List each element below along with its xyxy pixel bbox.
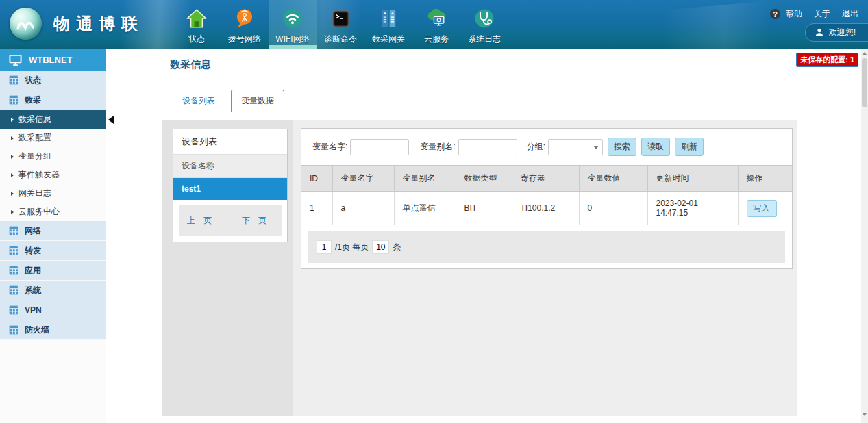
cloud-icon [423,5,449,31]
sidebar-item-daq[interactable]: 数采 [0,90,106,110]
sidebar-title: WTBLNET [29,55,73,65]
gateway-icon [375,5,401,31]
device-list-column: 设备列表 设备名称 test1 上一页 下一页 [162,120,293,416]
sidebar-item-firewall[interactable]: 防火墙 [0,320,106,340]
nav-item-daq-gateway[interactable]: 数采网关 [364,0,412,49]
tab-strip: 设备列表 变量数据 [162,92,797,112]
nav-item-diagnostic-command[interactable]: 诊断命令 [317,0,364,49]
grid-icon [9,285,18,295]
nav-item-dial-network[interactable]: 拨号网络 [221,0,269,49]
sidebar-item-forward[interactable]: 转发 [0,241,106,261]
sidebar: WTBLNET 状态 数采 数采信息 数采配置 变量分组 事件触发器 网关日志 … [0,49,106,423]
cell-variable-name: a [332,192,394,225]
grid-icon [9,95,18,105]
variables-table: ID 变量名字 变量别名 数据类型 寄存器 变量数值 更新时间 操作 1 [301,165,792,225]
cell-data-type: BIT [456,192,512,225]
page-size-input[interactable] [372,240,389,254]
col-data-type: 数据类型 [456,166,512,192]
content-container: 设备列表 设备名称 test1 上一页 下一页 变量名字: 变量别名: 分组: [162,120,797,416]
scroll-up-icon[interactable] [863,52,867,55]
about-link[interactable]: 关于 [814,8,830,20]
scroll-down-icon[interactable] [863,413,867,416]
page-size-unit: 条 [393,242,401,253]
write-button[interactable]: 写入 [747,200,777,217]
user-icon [815,27,824,38]
sidebar-item-vpn[interactable]: VPN [0,300,106,320]
caret-right-icon [11,173,14,177]
variable-alias-input[interactable] [458,139,517,155]
cell-id: 1 [301,192,332,225]
sidebar-item-daq-info[interactable]: 数采信息 [0,110,106,129]
device-name-column-header: 设备名称 [173,155,287,178]
monitor-icon [9,54,22,66]
grid-icon [9,226,18,235]
unsaved-config-badge[interactable]: 未保存的配置: 1 [796,53,858,67]
top-header: 物通博联 状态 拨号网络 WIFI网络 诊断命令 [0,0,868,49]
caret-right-icon [11,118,14,122]
vertical-scrollbar[interactable] [861,49,868,423]
table-row: 1 a 单点遥信 BIT TI100.1.2 0 2023-02-01 14:4… [301,192,792,225]
tab-variable-data[interactable]: 变量数据 [231,90,284,112]
grid-icon [9,305,18,315]
sidebar-item-system[interactable]: 系统 [0,281,106,300]
group-select-wrap [548,139,603,155]
help-link[interactable]: 帮助 [786,8,802,20]
sidebar-item-event-trigger[interactable]: 事件触发器 [0,166,106,184]
refresh-button[interactable]: 刷新 [675,138,704,156]
group-select[interactable] [548,139,603,155]
wifi-icon [280,5,306,31]
home-icon [184,5,210,31]
divider [808,10,808,18]
nav-item-system-log[interactable]: 系统日志 [460,0,508,49]
active-item-marker-icon [108,116,114,124]
tab-device-list[interactable]: 设备列表 [173,90,225,112]
dial-network-icon [232,5,258,31]
brand-name: 物通博联 [53,13,144,35]
welcome-label: 欢迎您! [829,27,856,38]
page-count-text: /1页 每页 [335,242,369,253]
logo-m-icon [10,8,42,40]
read-button[interactable]: 读取 [641,138,670,156]
variable-name-input[interactable] [350,139,409,155]
device-panel-title: 设备列表 [173,129,287,155]
cell-register: TI100.1.2 [512,192,579,225]
grid-icon [9,75,18,85]
col-id: ID [301,166,332,192]
col-updated: 更新时间 [647,166,738,192]
scrollbar-thumb[interactable] [862,58,867,107]
logo-sphere-icon [10,8,42,40]
caret-right-icon [11,210,14,214]
table-pagination: /1页 每页 条 [308,231,785,263]
page-number-input[interactable] [317,240,332,254]
main-content: 未保存的配置: 1 数采信息 设备列表 变量数据 设备列表 设备名称 test1… [106,49,861,423]
next-page-link[interactable]: 下一页 [242,215,266,227]
help-icon: ? [770,9,780,19]
sidebar-item-status[interactable]: 状态 [0,70,106,90]
main-nav: 状态 拨号网络 WIFI网络 诊断命令 数采网关 [173,0,508,49]
sidebar-item-daq-config[interactable]: 数采配置 [0,129,106,147]
sidebar-item-gateway-log[interactable]: 网关日志 [0,184,106,203]
nav-item-status[interactable]: 状态 [173,0,221,49]
logout-link[interactable]: 退出 [842,8,858,20]
device-list-panel: 设备列表 设备名称 test1 上一页 下一页 [173,129,288,242]
sidebar-item-cloud-center[interactable]: 云服务中心 [0,203,106,221]
syslog-icon [471,5,497,31]
sidebar-header: WTBLNET [0,49,106,70]
sidebar-item-application[interactable]: 应用 [0,261,106,281]
search-button[interactable]: 搜索 [608,138,636,156]
page-title: 数采信息 [170,58,861,71]
prev-page-link[interactable]: 上一页 [187,215,212,227]
nav-item-wifi-network[interactable]: WIFI网络 [269,0,317,49]
header-links: ? 帮助 关于 退出 [770,8,858,20]
col-action: 操作 [738,166,792,192]
device-row-test1[interactable]: test1 [173,178,287,200]
col-variable-name: 变量名字 [332,166,394,192]
sidebar-item-network[interactable]: 网络 [0,221,106,241]
grid-icon [9,266,18,275]
welcome-button[interactable]: 欢迎您! [805,23,868,42]
nav-item-cloud-service[interactable]: 云服务 [412,0,460,49]
sidebar-item-variable-group[interactable]: 变量分组 [0,147,106,166]
terminal-icon [327,5,354,31]
cell-value: 0 [579,192,647,225]
brand-logo: 物通博联 [10,8,144,40]
